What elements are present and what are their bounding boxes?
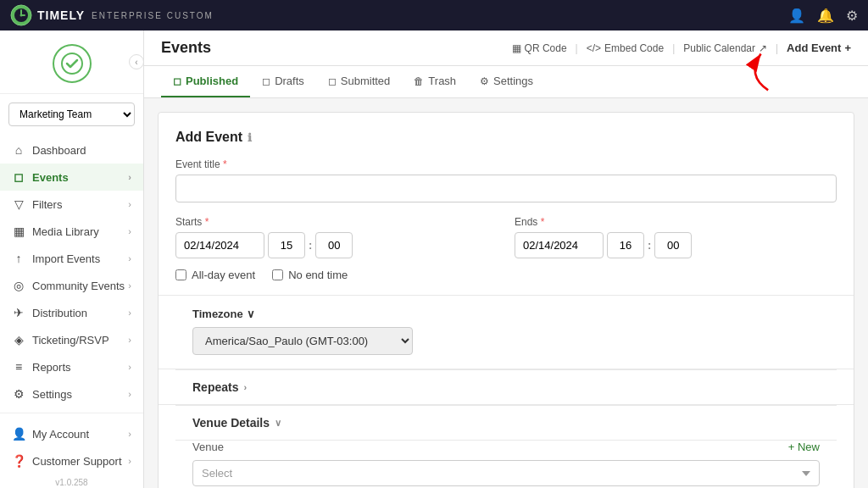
time-separator-2: : bbox=[648, 239, 651, 252]
sidebar-item-customer-support[interactable]: ❓ Customer Support › bbox=[0, 447, 143, 474]
section-title-text: Add Event bbox=[175, 130, 242, 145]
venue-section: Venue + New Select bbox=[175, 440, 837, 488]
sidebar-item-events[interactable]: ◻ Events › bbox=[0, 164, 143, 191]
sidebar-item-my-account[interactable]: 👤 My Account › bbox=[0, 420, 143, 447]
sidebar-collapse-button[interactable]: ‹ bbox=[129, 54, 144, 69]
sidebar-logo-area: ‹ bbox=[0, 30, 143, 94]
distribution-icon: ✈ bbox=[12, 306, 25, 319]
sidebar-item-distribution[interactable]: ✈ Distribution › bbox=[0, 299, 143, 326]
ends-date-input[interactable] bbox=[515, 232, 604, 258]
ends-label: Ends * bbox=[515, 216, 837, 228]
add-event-label: Add Event bbox=[787, 42, 841, 54]
required-star: * bbox=[223, 158, 227, 170]
tabs-bar: ◻ Published ◻ Drafts ◻ Submitted 🗑 Trash… bbox=[144, 66, 868, 98]
media-icon: ▦ bbox=[12, 225, 25, 238]
chevron-down-icon: ∨ bbox=[247, 308, 255, 320]
sidebar-item-community-events[interactable]: ◎ Community Events › bbox=[0, 272, 143, 299]
brand-subtitle: ENTERPRISE CUSTOM bbox=[92, 11, 214, 20]
team-dropdown[interactable]: Marketing Team Sales Team Product Team bbox=[8, 103, 135, 126]
public-calendar-link[interactable]: Public Calendar ↗ bbox=[683, 42, 767, 54]
embed-code-label: Embed Code bbox=[604, 42, 664, 54]
no-end-time-label[interactable]: No end time bbox=[272, 269, 348, 281]
ends-group: Ends * : bbox=[515, 216, 837, 258]
sidebar-item-filters[interactable]: ▽ Filters › bbox=[0, 191, 143, 218]
submitted-tab-icon: ◻ bbox=[328, 75, 337, 87]
event-title-label: Event title * bbox=[175, 158, 837, 170]
ends-hour-input[interactable] bbox=[607, 232, 644, 258]
chevron-right-icon: › bbox=[128, 389, 131, 399]
content-area: Events ▦ QR Code | </> Embed Code | Publ… bbox=[144, 30, 868, 488]
venue-details-header[interactable]: Venue Details ∨ bbox=[175, 405, 837, 440]
sidebar-label-community-events: Community Events bbox=[32, 280, 125, 292]
chevron-right-icon: › bbox=[128, 226, 131, 236]
sidebar-item-ticketing[interactable]: ◈ Ticketing/RSVP › bbox=[0, 326, 143, 353]
starts-hour-input[interactable] bbox=[268, 232, 305, 258]
venue-select[interactable]: Select bbox=[192, 460, 820, 486]
chevron-right-icon: › bbox=[128, 199, 131, 209]
repeats-section-header[interactable]: Repeats › bbox=[175, 369, 837, 404]
filter-icon: ▽ bbox=[12, 197, 25, 211]
sidebar-logo-circle bbox=[53, 44, 92, 83]
sidebar-item-import-events[interactable]: ↑ Import Events › bbox=[0, 245, 143, 272]
venue-new-label: + New bbox=[788, 441, 820, 453]
no-end-time-checkbox[interactable] bbox=[272, 269, 283, 280]
sidebar-nav: ⌂ Dashboard ◻ Events › ▽ Filters › bbox=[0, 131, 143, 413]
account-circle-icon[interactable]: ⚙ bbox=[846, 8, 858, 24]
qr-code-link[interactable]: ▦ QR Code bbox=[512, 42, 567, 54]
bell-icon[interactable]: 🔔 bbox=[817, 8, 834, 24]
settings-tab-icon: ⚙ bbox=[480, 75, 489, 87]
svg-point-3 bbox=[62, 53, 82, 74]
timezone-select[interactable]: America/Sao_Paulo (GMT-03:00) America/Ne… bbox=[192, 327, 413, 355]
ends-inputs: : bbox=[515, 232, 837, 258]
tab-trash[interactable]: 🗑 Trash bbox=[402, 66, 468, 97]
ends-min-input[interactable] bbox=[654, 232, 692, 258]
sidebar: ‹ Marketing Team Sales Team Product Team… bbox=[0, 30, 144, 488]
sidebar-item-media-library[interactable]: ▦ Media Library › bbox=[0, 218, 143, 245]
separator-1: | bbox=[576, 42, 578, 54]
brand-logo-area: TIMELY ENTERPRISE CUSTOM bbox=[10, 4, 214, 26]
account-icon: 👤 bbox=[12, 427, 25, 441]
starts-label: Starts * bbox=[175, 216, 498, 228]
add-event-form: Add Event ℹ Event title * Starts * bbox=[158, 112, 854, 488]
tab-submitted-label: Submitted bbox=[341, 75, 391, 87]
svg-point-2 bbox=[20, 14, 23, 17]
add-event-button[interactable]: Add Event + bbox=[787, 42, 851, 54]
starts-min-input[interactable] bbox=[315, 232, 353, 258]
header-actions: ▦ QR Code | </> Embed Code | Public Cale… bbox=[512, 42, 851, 54]
timezone-section: Timezone ∨ America/Sao_Paulo (GMT-03:00)… bbox=[175, 296, 837, 369]
user-icon[interactable]: 👤 bbox=[788, 8, 805, 24]
brand-name: TIMELY bbox=[37, 8, 85, 22]
tab-submitted[interactable]: ◻ Submitted bbox=[316, 66, 403, 97]
sidebar-item-settings[interactable]: ⚙ Settings › bbox=[0, 380, 143, 408]
time-separator: : bbox=[309, 239, 312, 252]
sidebar-item-reports[interactable]: ≡ Reports › bbox=[0, 353, 143, 380]
version-label: v1.0.258 bbox=[0, 474, 143, 488]
top-navigation: TIMELY ENTERPRISE CUSTOM 👤 🔔 ⚙ bbox=[0, 0, 868, 30]
tab-settings[interactable]: ⚙ Settings bbox=[468, 66, 545, 97]
chevron-right-icon: › bbox=[128, 335, 131, 345]
event-title-input[interactable] bbox=[175, 175, 837, 202]
repeats-label: Repeats bbox=[192, 380, 238, 394]
all-day-label[interactable]: All-day event bbox=[175, 269, 255, 281]
chevron-right-icon: › bbox=[128, 362, 131, 372]
info-icon[interactable]: ℹ bbox=[248, 131, 252, 144]
tab-trash-label: Trash bbox=[428, 75, 456, 87]
tab-published[interactable]: ◻ Published bbox=[161, 66, 250, 97]
sidebar-item-dashboard[interactable]: ⌂ Dashboard bbox=[0, 136, 143, 164]
checkbox-row: All-day event No end time bbox=[175, 269, 837, 281]
chevron-right-icon: › bbox=[128, 280, 131, 291]
venue-details-label: Venue Details bbox=[192, 416, 270, 430]
events-icon: ◻ bbox=[12, 170, 25, 184]
starts-inputs: : bbox=[175, 232, 498, 258]
timezone-label[interactable]: Timezone ∨ bbox=[192, 308, 820, 320]
embed-code-link[interactable]: </> Embed Code bbox=[587, 42, 664, 54]
external-link-icon: ↗ bbox=[759, 42, 767, 54]
starts-date-input[interactable] bbox=[175, 232, 264, 258]
chevron-right-icon-repeats: › bbox=[243, 382, 247, 392]
venue-new-button[interactable]: + New bbox=[788, 441, 820, 453]
datetime-row: Starts * : Ends * bbox=[175, 216, 837, 258]
sidebar-label-dashboard: Dashboard bbox=[32, 144, 86, 157]
all-day-checkbox[interactable] bbox=[175, 269, 186, 280]
tab-drafts[interactable]: ◻ Drafts bbox=[250, 66, 316, 97]
chevron-down-icon-venue: ∨ bbox=[275, 418, 281, 429]
